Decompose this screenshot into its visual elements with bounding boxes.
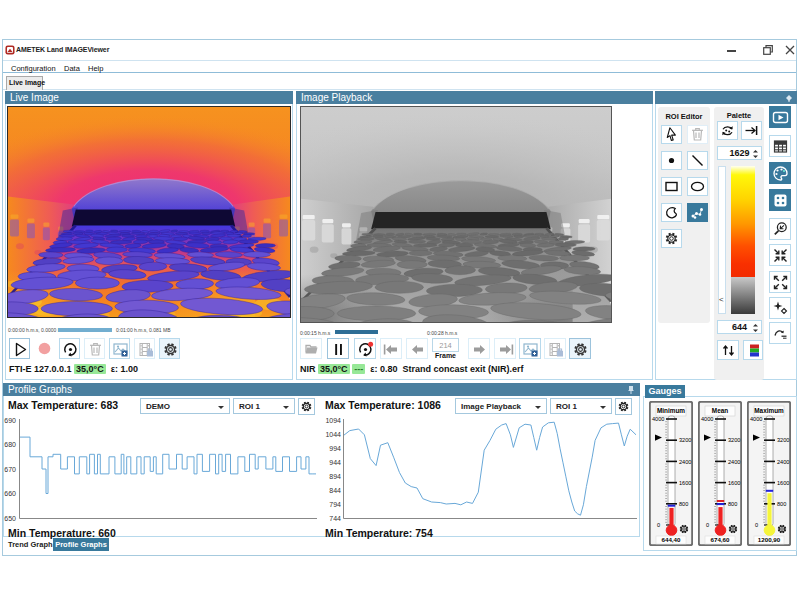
svg-text:Mean: Mean [712, 407, 728, 414]
svg-text:0: 0 [657, 522, 660, 528]
svg-text:3200: 3200 [777, 437, 789, 443]
svg-text:4000: 4000 [750, 416, 762, 422]
svg-text:4000: 4000 [701, 416, 713, 422]
svg-text:2400: 2400 [728, 459, 740, 465]
svg-text:1600: 1600 [777, 480, 789, 486]
svg-text:2400: 2400 [777, 459, 789, 465]
svg-text:674,60: 674,60 [711, 536, 730, 543]
svg-text:1600: 1600 [728, 480, 740, 486]
svg-text:1600: 1600 [679, 480, 691, 486]
svg-text:800: 800 [777, 501, 786, 507]
svg-text:4000: 4000 [652, 416, 664, 422]
svg-text:0: 0 [755, 522, 758, 528]
svg-text:1200,90: 1200,90 [758, 536, 781, 543]
svg-text:3200: 3200 [728, 437, 740, 443]
svg-text:0: 0 [706, 522, 709, 528]
svg-text:3200: 3200 [679, 437, 691, 443]
svg-text:Maximum: Maximum [754, 407, 784, 414]
svg-text:Minimum: Minimum [657, 407, 685, 414]
svg-text:644,40: 644,40 [662, 536, 681, 543]
svg-text:800: 800 [728, 501, 737, 507]
svg-text:800: 800 [679, 501, 688, 507]
svg-text:2400: 2400 [679, 459, 691, 465]
